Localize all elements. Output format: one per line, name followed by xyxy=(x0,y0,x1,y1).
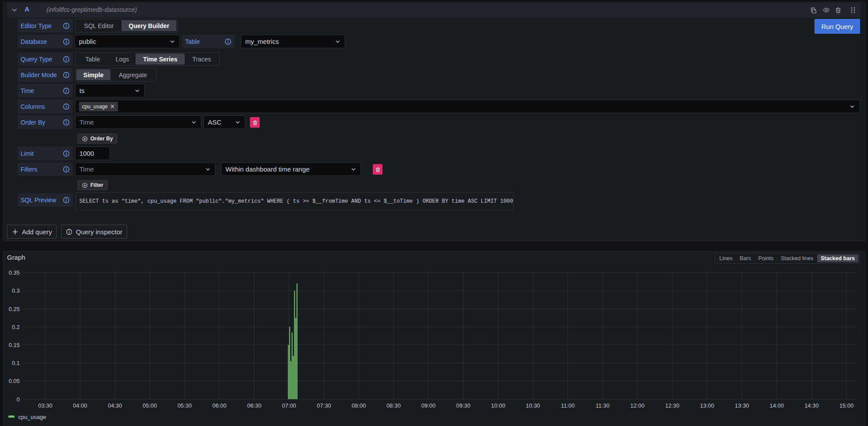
svg-text:04:00: 04:00 xyxy=(73,402,87,409)
svg-text:09:00: 09:00 xyxy=(421,402,436,409)
svg-text:15:00: 15:00 xyxy=(839,402,854,409)
svg-text:09:30: 09:30 xyxy=(456,402,471,409)
svg-text:07:00: 07:00 xyxy=(282,402,296,409)
svg-text:14:30: 14:30 xyxy=(804,402,819,409)
svg-text:04:30: 04:30 xyxy=(108,402,122,409)
svg-text:11:30: 11:30 xyxy=(596,402,610,409)
svg-text:11:00: 11:00 xyxy=(561,402,575,409)
svg-text:10:30: 10:30 xyxy=(526,402,540,409)
svg-text:0.05: 0.05 xyxy=(9,378,20,384)
svg-text:0.35: 0.35 xyxy=(9,269,20,276)
svg-text:0: 0 xyxy=(17,396,20,403)
svg-text:03:30: 03:30 xyxy=(38,402,53,409)
svg-text:0.2: 0.2 xyxy=(12,324,20,330)
svg-text:07:30: 07:30 xyxy=(317,402,331,409)
svg-text:14:00: 14:00 xyxy=(770,402,784,409)
svg-text:0.25: 0.25 xyxy=(9,306,20,312)
svg-text:0.1: 0.1 xyxy=(12,360,20,366)
svg-text:0.15: 0.15 xyxy=(9,342,20,348)
svg-text:12:30: 12:30 xyxy=(665,402,680,409)
svg-text:12:00: 12:00 xyxy=(630,402,645,409)
svg-text:10:00: 10:00 xyxy=(491,402,505,409)
svg-text:08:00: 08:00 xyxy=(352,402,366,409)
svg-text:0.3: 0.3 xyxy=(12,287,20,294)
svg-text:05:00: 05:00 xyxy=(143,402,157,409)
svg-text:cpu_usage: cpu_usage xyxy=(18,414,46,420)
svg-text:05:30: 05:30 xyxy=(178,402,192,409)
svg-text:08:30: 08:30 xyxy=(386,402,401,409)
svg-text:13:30: 13:30 xyxy=(735,402,749,409)
svg-text:13:00: 13:00 xyxy=(700,402,714,409)
svg-text:06:30: 06:30 xyxy=(247,402,261,409)
svg-text:06:00: 06:00 xyxy=(212,402,227,409)
